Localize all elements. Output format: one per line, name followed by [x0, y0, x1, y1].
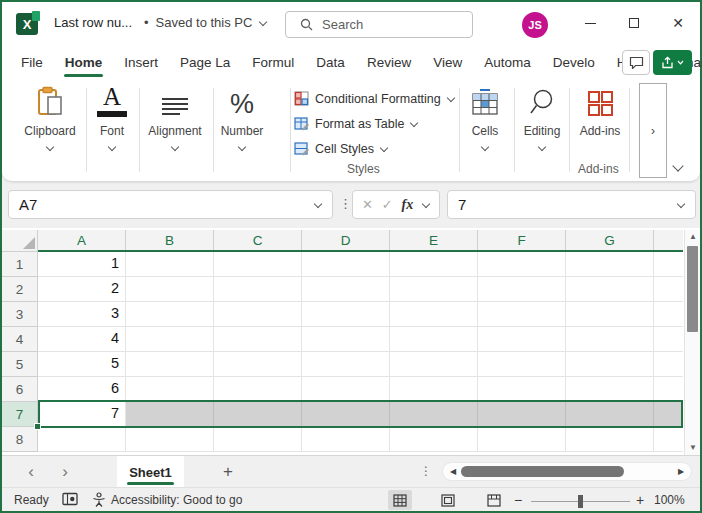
accessibility-status[interactable]: Accessibility: Good to go [92, 492, 242, 507]
minimize-button[interactable] [568, 2, 612, 44]
column-header-g[interactable]: G [566, 230, 654, 252]
horizontal-scroll-thumb[interactable] [461, 466, 624, 477]
cell-D7[interactable] [302, 402, 390, 427]
cell-A7[interactable]: 7 [38, 402, 126, 427]
macro-record-button[interactable] [62, 492, 78, 506]
column-header-c[interactable]: C [214, 230, 302, 252]
tab-develo[interactable]: Develo [542, 46, 606, 78]
cell-F6[interactable] [478, 377, 566, 402]
cell-A4[interactable]: 4 [38, 327, 126, 352]
cell-E4[interactable] [390, 327, 478, 352]
cell-A6[interactable]: 6 [38, 377, 126, 402]
cell-A8[interactable] [38, 427, 126, 452]
cell-G3[interactable] [566, 302, 654, 327]
cell-F1[interactable] [478, 252, 566, 277]
row-header-1[interactable]: 1 [2, 252, 38, 277]
addins-button[interactable]: Add-ins [572, 84, 628, 138]
cell-E1[interactable] [390, 252, 478, 277]
autosave-status[interactable]: • Saved to this PC [144, 15, 267, 30]
cell-C8[interactable] [214, 427, 302, 452]
column-header-a[interactable]: A [38, 230, 126, 252]
column-header-d[interactable]: D [302, 230, 390, 252]
row-header-7[interactable]: 7 [2, 402, 38, 427]
ribbon-more-button[interactable]: › [639, 83, 667, 178]
cell-E7[interactable] [390, 402, 478, 427]
row-header-2[interactable]: 2 [2, 277, 38, 302]
cell-G5[interactable] [566, 352, 654, 377]
editing-group-button[interactable]: Editing [516, 84, 568, 156]
cell-C4[interactable] [214, 327, 302, 352]
cell-partial2[interactable] [654, 277, 683, 302]
close-button[interactable]: ✕ [656, 2, 700, 44]
cell-G8[interactable] [566, 427, 654, 452]
cell-partial6[interactable] [654, 377, 683, 402]
vertical-scrollbar[interactable]: ▲ ▼ [684, 230, 700, 455]
cell-B2[interactable] [126, 277, 214, 302]
cell-partial3[interactable] [654, 302, 683, 327]
row-header-8[interactable]: 8 [2, 427, 38, 452]
tab-view[interactable]: View [422, 46, 473, 78]
formula-bar-grip[interactable]: ⋮ [339, 196, 352, 211]
cell-E3[interactable] [390, 302, 478, 327]
cell-B3[interactable] [126, 302, 214, 327]
row-header-5[interactable]: 5 [2, 352, 38, 377]
insert-function-button[interactable]: fx [401, 197, 413, 213]
cell-C3[interactable] [214, 302, 302, 327]
scroll-up-button[interactable]: ▲ [685, 230, 701, 244]
tab-home[interactable]: Home [54, 46, 114, 78]
share-button[interactable] [653, 50, 692, 75]
cell-A3[interactable]: 3 [38, 302, 126, 327]
name-box[interactable]: A7 [8, 190, 333, 219]
column-header-e[interactable]: E [390, 230, 478, 252]
sheet-nav-right-button[interactable]: › [54, 456, 76, 488]
cells-group-button[interactable]: Cells [463, 84, 507, 156]
cell-B1[interactable] [126, 252, 214, 277]
tab-sheet1[interactable]: Sheet1 [117, 456, 184, 488]
cell-B6[interactable] [126, 377, 214, 402]
cell-G1[interactable] [566, 252, 654, 277]
cell-G4[interactable] [566, 327, 654, 352]
cell-B7[interactable] [126, 402, 214, 427]
maximize-button[interactable] [612, 2, 656, 44]
normal-view-button[interactable] [388, 490, 412, 510]
zoom-in-button[interactable]: + [636, 492, 644, 508]
cell-E6[interactable] [390, 377, 478, 402]
horizontal-scrollbar[interactable]: ◀ ▶ [442, 462, 692, 481]
tab-review[interactable]: Review [356, 46, 422, 78]
page-break-preview-button[interactable] [482, 490, 506, 510]
cell-D1[interactable] [302, 252, 390, 277]
row-header-4[interactable]: 4 [2, 327, 38, 352]
clipboard-group-button[interactable]: Clipboard [14, 84, 86, 156]
cell-F4[interactable] [478, 327, 566, 352]
collapse-ribbon-button[interactable] [673, 156, 681, 174]
tab-insert[interactable]: Insert [113, 46, 169, 78]
font-group-button[interactable]: A Font [87, 84, 137, 156]
cell-C2[interactable] [214, 277, 302, 302]
column-header-f[interactable]: F [478, 230, 566, 252]
cell-partial7[interactable] [654, 402, 683, 427]
cell-F2[interactable] [478, 277, 566, 302]
sheet-nav-left-button[interactable]: ‹ [20, 456, 42, 488]
cell-B4[interactable] [126, 327, 214, 352]
alignment-group-button[interactable]: Alignment [141, 84, 209, 156]
cell-G7[interactable] [566, 402, 654, 427]
cell-B5[interactable] [126, 352, 214, 377]
tab-file[interactable]: File [10, 46, 54, 78]
cell-D5[interactable] [302, 352, 390, 377]
cell-C5[interactable] [214, 352, 302, 377]
expand-formula-bar-chevron[interactable] [677, 201, 685, 209]
account-avatar[interactable]: JS [522, 12, 548, 38]
cell-A2[interactable]: 2 [38, 277, 126, 302]
cell-D8[interactable] [302, 427, 390, 452]
zoom-level-label[interactable]: 100% [654, 493, 685, 507]
chevron-down-icon[interactable] [422, 201, 430, 209]
cell-F3[interactable] [478, 302, 566, 327]
conditional-formatting-button[interactable]: Conditional Formatting [294, 86, 455, 111]
cell-D2[interactable] [302, 277, 390, 302]
format-as-table-button[interactable]: Format as Table [294, 111, 455, 136]
cell-styles-button[interactable]: Cell Styles [294, 136, 455, 161]
scroll-right-button[interactable]: ▶ [673, 463, 689, 480]
cell-C7[interactable] [214, 402, 302, 427]
comments-button[interactable] [622, 50, 650, 75]
number-group-button[interactable]: % Number [214, 84, 270, 156]
